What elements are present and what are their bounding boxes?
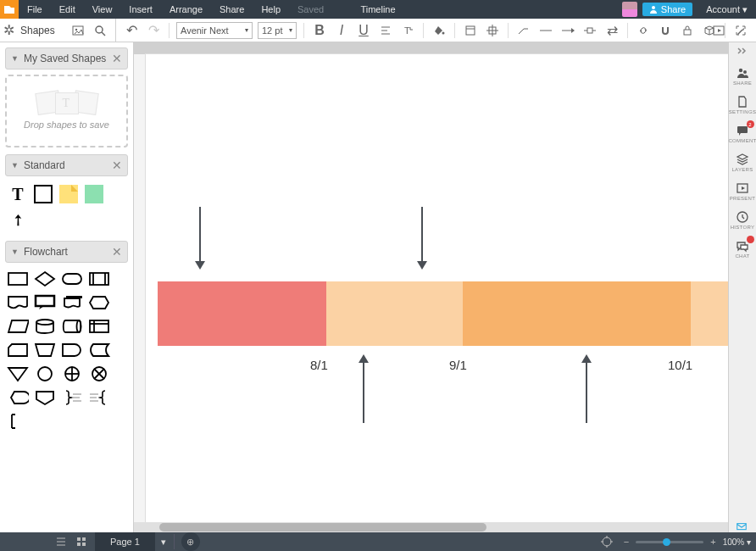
swap-icon[interactable]: ⇄ (603, 22, 620, 39)
fc-internal[interactable] (88, 317, 110, 336)
category-standard[interactable]: ▼ Standard ✕ (5, 154, 128, 176)
line-tool-icon[interactable] (515, 22, 532, 39)
fc-document[interactable] (7, 293, 29, 312)
undo-icon[interactable]: ↶ (123, 22, 140, 39)
page-tab[interactable]: Page 1 (95, 532, 155, 551)
fc-brace-right[interactable] (61, 388, 83, 407)
fc-merge[interactable] (7, 365, 29, 383)
canvas[interactable]: 8/1 9/1 10/1 (146, 54, 728, 532)
zoom-slider[interactable] (636, 541, 703, 543)
rail-layers[interactable]: LAYERS (729, 147, 757, 176)
align-icon[interactable] (377, 22, 394, 39)
lock-icon[interactable] (679, 22, 696, 39)
scrollbar-horizontal[interactable] (134, 522, 728, 532)
present-icon[interactable] (710, 22, 727, 39)
timeline-label-1[interactable]: 8/1 (310, 358, 328, 372)
line-style1-icon[interactable] (537, 22, 554, 39)
fc-offpage[interactable] (34, 388, 56, 407)
italic-icon[interactable]: I (333, 22, 350, 39)
underline-icon[interactable]: U (355, 22, 372, 39)
list-view-icon[interactable] (51, 532, 71, 551)
redo-icon[interactable]: ↷ (145, 22, 162, 39)
share-button[interactable]: Share (642, 3, 692, 16)
page-dropdown[interactable]: ▾ (155, 537, 172, 548)
arrow-down-2[interactable] (414, 207, 431, 275)
font-size-select[interactable]: 12 pt ▾ (258, 22, 297, 39)
menu-insert[interactable]: Insert (120, 4, 161, 14)
text-shape[interactable]: T (7, 183, 29, 205)
fc-display[interactable] (7, 388, 29, 407)
menu-arrange[interactable]: Arrange (161, 4, 211, 14)
close-icon[interactable]: ✕ (112, 52, 122, 65)
rail-settings[interactable]: SETTINGS (729, 90, 757, 119)
line-style3-icon[interactable] (581, 22, 598, 39)
add-page-button[interactable]: ⊕ (181, 532, 200, 551)
fc-multidoc[interactable] (61, 293, 83, 312)
line-style2-icon[interactable] (559, 22, 576, 39)
fc-callout[interactable] (34, 293, 56, 312)
document-title[interactable]: Timeline (360, 4, 395, 14)
timeline-segment-1[interactable] (158, 281, 326, 346)
fc-connector[interactable] (34, 365, 56, 383)
target-icon[interactable] (597, 532, 617, 551)
rail-comment[interactable]: 2 COMMENT (729, 119, 757, 147)
arrow-up-2[interactable] (578, 351, 595, 423)
menu-share[interactable]: Share (211, 4, 253, 14)
panel-settings-icon[interactable]: ✲ (0, 22, 17, 39)
fc-database[interactable] (34, 317, 56, 336)
fc-storeddata[interactable] (88, 341, 110, 359)
fc-sumjunction[interactable] (88, 365, 110, 383)
close-icon[interactable]: ✕ (112, 159, 122, 172)
zoom-in-icon[interactable]: + (710, 537, 715, 547)
note-shape[interactable] (58, 183, 80, 205)
zoom-level[interactable]: 100% ▾ (723, 537, 751, 547)
rail-chat[interactable]: CHAT (729, 234, 757, 263)
saved-shapes-dropzone[interactable]: T Drop shapes to save (5, 75, 128, 147)
arrow-up-1[interactable] (355, 351, 372, 423)
menu-view[interactable]: View (84, 4, 121, 14)
rail-share[interactable]: SHARE (729, 61, 757, 90)
rail-present[interactable]: PRESENT (729, 176, 757, 205)
fill-icon[interactable] (431, 22, 447, 39)
fc-card[interactable] (7, 341, 29, 359)
rectangle-shape[interactable] (32, 183, 54, 205)
category-my-saved[interactable]: ▼ My Saved Shapes ✕ (5, 47, 128, 70)
menu-help[interactable]: Help (253, 4, 289, 14)
timeline-bar[interactable] (158, 281, 728, 346)
close-icon[interactable]: ✕ (112, 245, 122, 259)
shape-box-icon[interactable] (462, 22, 479, 39)
account-menu[interactable]: Account ▾ (698, 4, 756, 15)
menu-edit[interactable]: Edit (51, 4, 84, 14)
zoom-out-icon[interactable]: − (624, 537, 629, 547)
arrow-down-1[interactable] (192, 207, 208, 275)
category-flowchart[interactable]: ▼ Flowchart ✕ (5, 241, 128, 263)
timeline-segment-4[interactable] (691, 281, 728, 346)
fc-brace-left[interactable] (88, 388, 110, 407)
rail-expand[interactable] (729, 46, 757, 61)
fc-preparation[interactable] (88, 293, 110, 312)
timeline-label-3[interactable]: 10/1 (668, 358, 692, 372)
menu-file[interactable]: File (19, 4, 51, 14)
fc-terminator[interactable] (61, 270, 83, 288)
fc-predefined[interactable] (88, 270, 110, 288)
link-icon[interactable] (635, 22, 652, 39)
fc-manual[interactable] (34, 341, 56, 359)
rail-history[interactable]: HISTORY (729, 205, 757, 234)
app-logo[interactable] (0, 0, 19, 19)
bold-icon[interactable]: B (311, 22, 328, 39)
fc-delay[interactable] (61, 341, 83, 359)
timeline-label-2[interactable]: 9/1 (449, 358, 467, 372)
timeline-segment-3[interactable] (463, 281, 691, 346)
timeline-segment-2[interactable] (326, 281, 464, 346)
search-icon[interactable] (92, 22, 108, 39)
scrollbar-thumb[interactable] (159, 523, 486, 532)
fc-or[interactable] (61, 365, 83, 383)
fc-directdata[interactable] (61, 317, 83, 336)
magnet-icon[interactable] (657, 22, 674, 39)
fc-process[interactable] (7, 270, 29, 288)
fc-decision[interactable] (34, 270, 56, 288)
block-shape[interactable] (83, 183, 105, 205)
image-icon[interactable] (69, 22, 86, 39)
fc-data[interactable] (7, 317, 29, 336)
fc-note[interactable] (7, 412, 29, 431)
